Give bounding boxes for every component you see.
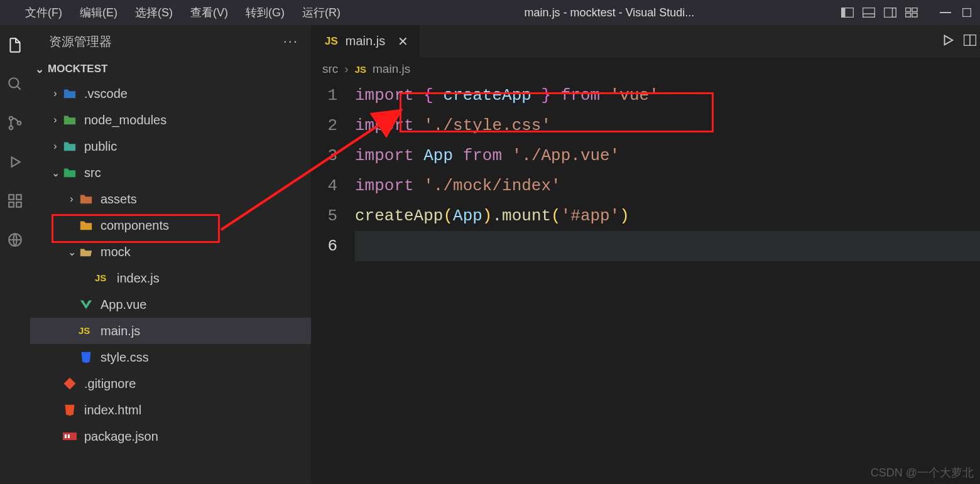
menu-edit[interactable]: 编辑(E) [80,5,117,20]
tree-file-style-css[interactable]: › style.css [30,344,311,370]
window-maximize-icon[interactable] [960,7,974,18]
project-name: MOCKTEST [48,63,107,75]
css-file-icon [78,349,94,365]
code-editor[interactable]: 1 2 3 4 5 6 import { createApp } from 'v… [311,80,980,484]
line-number: 3 [311,141,337,171]
svg-rect-21 [16,202,21,207]
code-line[interactable]: import './style.css' [355,110,980,141]
chevron-right-icon: › [49,141,62,152]
menu-run[interactable]: 运行(R) [302,5,340,20]
tree-file-gitignore[interactable]: › .gitignore [30,370,311,397]
tree-label: public [84,139,117,154]
html-file-icon [62,402,78,418]
menu-select[interactable]: 选择(S) [135,5,173,20]
source-control-icon[interactable] [6,114,24,132]
tree-label: package.json [84,429,158,444]
window-title: main.js - mocktest - Visual Studi... [378,6,841,19]
remote-icon[interactable] [6,231,24,249]
run-icon[interactable] [941,33,955,50]
menu-view[interactable]: 查看(V) [190,5,228,20]
sidebar: 资源管理器 ··· ⌄ MOCKTEST › .vscode › node_mo… [30,25,311,484]
panel-bottom-icon[interactable] [862,7,876,18]
explorer-icon[interactable] [6,36,24,54]
folder-components-icon [78,217,94,234]
vue-file-icon [78,296,94,313]
tree-label: App.vue [101,298,146,312]
tree-label: main.js [101,324,140,338]
line-number: 1 [311,80,337,110]
svg-rect-6 [906,8,911,12]
folder-open-icon [78,244,94,260]
js-file-icon: JS [325,35,338,48]
svg-rect-9 [912,13,917,17]
extensions-icon[interactable] [6,192,24,210]
debug-icon[interactable] [6,153,24,171]
chevron-down-icon: ⌄ [35,63,44,76]
breadcrumb-separator-icon: › [344,62,348,76]
tree-file-app-vue[interactable]: › App.vue [30,291,311,318]
svg-rect-19 [16,195,21,200]
code-line[interactable]: createApp(App).mount('#app') [355,201,980,231]
line-gutter: 1 2 3 4 5 6 [311,80,355,484]
tree-file-index-js[interactable]: › JS index.js [30,265,311,291]
code-line[interactable]: import './mock/index' [355,171,980,201]
tree-label: src [84,166,101,180]
line-number: 2 [311,110,337,141]
svg-text:JS: JS [95,272,106,283]
tree-label: .vscode [84,87,128,101]
folder-src-icon [62,164,78,181]
tree-label: index.html [84,403,141,417]
tree-folder-vscode[interactable]: › .vscode [30,80,311,107]
tree-file-index-html[interactable]: › index.html [30,397,311,423]
js-file-icon: JS [78,323,94,339]
line-number: 6 [311,231,337,261]
tree-label: assets [101,192,137,207]
tabs-row: JS main.js ✕ [311,25,980,58]
tree-label: node_modules [84,113,166,127]
search-icon[interactable] [6,75,24,93]
chevron-right-icon: › [65,193,78,205]
menu-file[interactable]: 文件(F) [25,5,62,20]
code-line[interactable]: import { createApp } from 'vue' [355,80,980,110]
chevron-right-icon: › [49,88,62,99]
tree-label: .gitignore [84,377,136,391]
svg-rect-7 [912,8,917,12]
tree-folder-node-modules[interactable]: › node_modules [30,107,311,133]
panel-left-icon[interactable] [841,7,854,18]
breadcrumb-seg[interactable]: main.js [373,62,410,76]
code-line[interactable]: import App from './App.vue' [355,141,980,171]
folder-public-icon [62,138,78,154]
window-minimize-icon[interactable] [939,7,952,18]
tree-label: components [101,218,169,233]
tree-file-package-json[interactable]: › package.json [30,423,311,449]
sidebar-more-icon[interactable]: ··· [283,33,298,50]
tree-folder-assets[interactable]: › assets [30,186,311,212]
svg-point-14 [9,117,13,120]
code-line[interactable] [355,231,980,261]
code-lines[interactable]: import { createApp } from 'vue' import '… [355,80,980,484]
activity-bar [0,25,30,484]
menu-goto[interactable]: 转到(G) [246,5,285,20]
tree-folder-public[interactable]: › public [30,133,311,159]
chevron-down-icon: ⌄ [65,246,78,258]
file-tree: › .vscode › node_modules › public ⌄ src [30,80,311,449]
sidebar-title: 资源管理器 [49,33,112,50]
close-tab-icon[interactable]: ✕ [398,34,408,49]
project-header[interactable]: ⌄ MOCKTEST [30,58,311,80]
svg-rect-8 [906,13,911,17]
breadcrumb-seg[interactable]: src [322,62,338,76]
svg-rect-20 [9,202,14,207]
title-bar: 文件(F) 编辑(E) 选择(S) 查看(V) 转到(G) 运行(R) main… [0,0,980,25]
folder-vscode-icon [62,85,78,102]
sidebar-header: 资源管理器 ··· [30,25,311,58]
tab-main-js[interactable]: JS main.js ✕ [311,25,420,58]
tree-folder-src[interactable]: ⌄ src [30,159,311,186]
svg-rect-2 [863,8,875,18]
split-editor-icon[interactable] [964,35,976,48]
breadcrumb[interactable]: src › JS main.js [311,58,980,80]
tree-folder-components[interactable]: › components [30,212,311,239]
panel-right-icon[interactable] [883,7,897,18]
tree-folder-mock[interactable]: ⌄ mock [30,239,311,265]
customize-layout-icon[interactable] [905,7,918,18]
tree-file-main-js[interactable]: › JS main.js [30,318,311,344]
